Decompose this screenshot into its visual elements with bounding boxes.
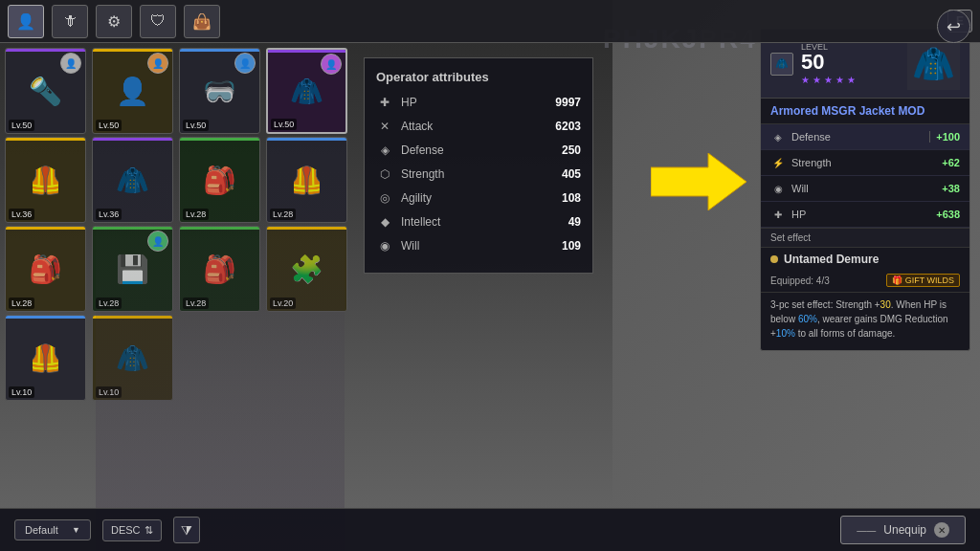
item-color-bar: [6, 49, 85, 52]
hp-icon: ✚: [376, 94, 393, 111]
hp-label: HP: [401, 96, 547, 109]
intellect-value: 49: [568, 215, 581, 229]
close-icon: ✕: [934, 522, 949, 538]
star-3: ★: [835, 75, 844, 85]
detail-strength-label: Strength: [791, 157, 936, 168]
attr-row-intellect: ◆Intellect49: [376, 213, 581, 231]
bottom-bar: Default ▼ DESC ⇅ ⧩ —— Unequip ✕: [0, 508, 980, 551]
star-row: ★★★★★: [801, 75, 856, 85]
back-button[interactable]: ↩: [937, 10, 970, 43]
intellect-icon: ◆: [376, 213, 393, 231]
intellect-label: Intellect: [401, 215, 561, 229]
unequip-button[interactable]: —— Unequip ✕: [840, 516, 966, 544]
equipped-row: Equipped: 4/3 🎁 GIFT WILDS: [761, 271, 969, 293]
sort-order-button[interactable]: DESC ⇅: [102, 519, 162, 541]
set-desc-pct: 60%: [798, 314, 817, 324]
equipped-text: Equipped: 4/3: [770, 276, 830, 286]
attr-row-attack: ✕Attack6203: [376, 118, 581, 135]
item-level-badge: Lv.36: [9, 209, 34, 220]
set-desc-pct2: 10%: [776, 328, 795, 339]
set-description: 3-pc set effect: Strength +30. When HP i…: [761, 293, 969, 350]
detail-defense-label: Defense: [791, 131, 924, 143]
detail-panel: 🧥 LEVEL 50 ★★★★★ 🧥 Armored MSGR Jacket M…: [760, 29, 970, 351]
item-icon: 🦺: [29, 165, 62, 196]
item-icon: 🎒: [29, 253, 62, 285]
equip-item-12[interactable]: 🦺Lv.10: [5, 315, 86, 401]
sort-arrows-icon: ⇅: [145, 524, 153, 537]
item-level-badge: Lv.28: [9, 298, 34, 309]
sort-select[interactable]: Default ▼: [14, 519, 91, 540]
sort-value: Default: [25, 524, 58, 536]
toolbar-btn-gear[interactable]: ⚙: [96, 5, 132, 38]
agility-icon: ◎: [376, 189, 393, 207]
attack-value: 6203: [555, 120, 581, 133]
star-2: ★: [824, 75, 833, 85]
item-color-bar: [6, 138, 85, 141]
hp-value: 9997: [555, 96, 581, 109]
item-image: 🧥: [907, 37, 960, 90]
character-silhouette: [96, 73, 345, 551]
detail-stat-row-hp: ✚HP+638: [761, 202, 969, 228]
strength-icon: ⬡: [376, 165, 393, 183]
defense-value: 250: [562, 143, 581, 157]
attr-row-strength: ⬡Strength405: [376, 165, 581, 183]
shield-icon: 🛡: [150, 12, 166, 30]
will-label: Will: [401, 239, 554, 253]
detail-hp-label: HP: [791, 209, 930, 220]
sort-label: DESC: [111, 524, 141, 536]
will-icon: ◉: [376, 237, 393, 254]
operator-attributes-panel: Operator attributes ✚HP9997✕Attack6203◈D…: [364, 57, 593, 274]
attr-panel-title: Operator attributes: [376, 70, 581, 84]
level-number: 50: [801, 52, 856, 73]
detail-stat-row-strength: ⚡Strength+62: [761, 150, 969, 176]
set-desc-line1: 3-pc set effect: Strength +: [770, 299, 880, 310]
detail-stat-row-will: ◉Will+38: [761, 176, 969, 202]
gift-wilds-badge: 🎁 GIFT WILDS: [886, 274, 960, 287]
detail-will-value: +38: [942, 183, 960, 194]
detail-will-icon: ◉: [770, 181, 786, 196]
detail-strength-icon: ⚡: [770, 155, 786, 170]
defense-icon: ◈: [376, 142, 393, 159]
svg-marker-0: [651, 153, 746, 210]
equip-item-4[interactable]: 🦺Lv.36: [5, 137, 86, 223]
back-icon: ↩: [947, 16, 961, 37]
detail-defense-value: +100: [936, 131, 960, 143]
set-name: Untamed Demure: [784, 253, 879, 266]
agility-value: 108: [562, 191, 581, 205]
strength-value: 405: [562, 167, 581, 181]
toolbar-btn-character[interactable]: 👤: [8, 5, 44, 38]
yellow-arrow: [651, 153, 746, 210]
detail-hp-icon: ✚: [770, 207, 786, 222]
armor-icon: 🧥: [775, 57, 789, 70]
star-1: ★: [813, 75, 821, 85]
unequip-label: Unequip: [883, 523, 926, 537]
gift-label: GIFT WILDS: [905, 276, 954, 285]
item-color-bar: [6, 227, 85, 230]
detail-defense-icon: ◈: [770, 129, 786, 144]
set-effect-label: Set effect: [761, 228, 969, 248]
item-avatar: 👤: [60, 53, 81, 74]
set-desc-line4: to all forms of damage.: [795, 328, 896, 339]
toolbar-btn-weapon[interactable]: 🗡: [52, 5, 88, 38]
item-color-bar: [93, 49, 172, 52]
gift-icon: 🎁: [892, 276, 902, 285]
item-icon: 🦺: [29, 342, 62, 374]
toolbar-btn-bag[interactable]: 👜: [184, 5, 220, 38]
equip-item-8[interactable]: 🎒Lv.28: [5, 226, 86, 312]
attr-row-will: ◉Will109: [376, 237, 581, 254]
defense-label: Defense: [401, 143, 554, 157]
will-value: 109: [562, 239, 581, 253]
jacket-icon: 🧥: [912, 44, 955, 84]
weapon-icon: 🗡: [62, 12, 78, 30]
set-desc-s1: 30: [880, 299, 891, 310]
strength-label: Strength: [401, 167, 554, 181]
equip-item-0[interactable]: 🔦👤Lv.50: [5, 48, 86, 134]
toolbar-btn-shield[interactable]: 🛡: [140, 5, 176, 38]
star-4: ★: [847, 75, 856, 85]
chevron-down-icon: ▼: [72, 525, 80, 535]
set-name-row: Untamed Demure: [761, 248, 969, 271]
attack-label: Attack: [401, 120, 547, 133]
filter-button[interactable]: ⧩: [173, 517, 200, 543]
item-color-bar: [6, 316, 85, 319]
filter-icon: ⧩: [181, 522, 192, 539]
